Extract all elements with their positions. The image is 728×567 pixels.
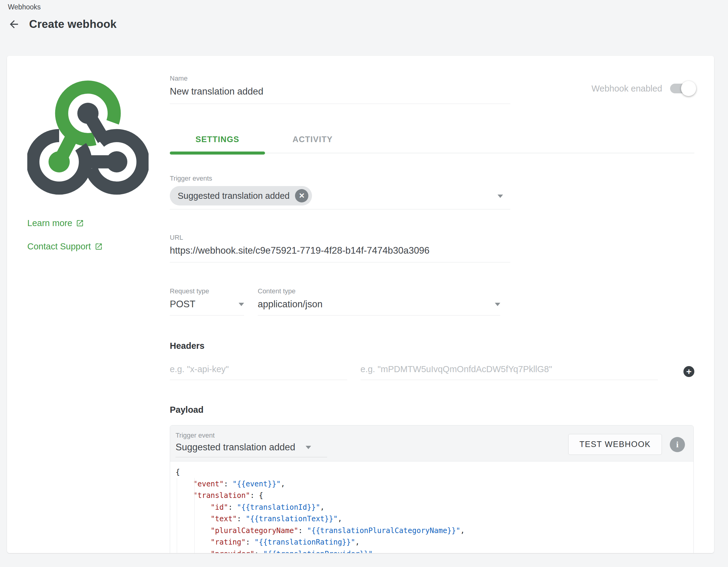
url-field: URL xyxy=(170,234,510,263)
code-line: { xyxy=(176,466,693,478)
code-line: "id": "{{translationId}}", xyxy=(176,502,693,513)
indent-guide xyxy=(177,478,177,553)
page-title: Create webhook xyxy=(29,18,117,31)
code-line: "text": "{{translationText}}", xyxy=(176,513,693,525)
code-line: "event": "{{event}}", xyxy=(176,478,693,490)
contact-support-label: Contact Support xyxy=(27,242,91,252)
breadcrumb[interactable]: Webhooks xyxy=(8,3,41,11)
request-type-value: POST xyxy=(170,299,195,310)
payload-heading: Payload xyxy=(170,405,694,415)
code-line: "translation": { xyxy=(176,490,693,502)
payload-trigger-event-label: Trigger event xyxy=(176,431,327,439)
name-label: Name xyxy=(170,75,510,82)
request-type-select[interactable]: Request type POST xyxy=(170,287,244,315)
learn-more-label: Learn more xyxy=(27,218,72,228)
create-webhook-card: Learn more Contact Support Name Webhook … xyxy=(7,56,714,553)
tab-settings[interactable]: SETTINGS xyxy=(170,135,265,153)
chevron-down-icon xyxy=(495,303,500,306)
headers-row: + xyxy=(170,364,694,380)
indent-guide xyxy=(194,478,195,553)
contact-support-link[interactable]: Contact Support xyxy=(27,242,152,252)
name-input[interactable] xyxy=(170,86,510,104)
chip-remove-icon[interactable]: ✕ xyxy=(295,189,308,203)
payload-section: Payload Trigger event Suggested translat… xyxy=(170,405,694,553)
payload-trigger-event-value: Suggested translation added xyxy=(176,442,295,453)
url-label: URL xyxy=(170,234,510,242)
trigger-events-label: Trigger events xyxy=(170,175,510,183)
code-line: "provider": "{{translationProvider}}", xyxy=(176,548,693,553)
chip-label: Suggested translation added xyxy=(178,191,290,201)
left-column: Learn more Contact Support xyxy=(27,77,152,252)
type-row: Request type POST Content type applicati… xyxy=(170,287,694,315)
webhook-logo xyxy=(27,77,149,198)
chevron-down-icon xyxy=(498,195,503,198)
payload-code[interactable]: { "event": "{{event}}", "translation": {… xyxy=(170,461,693,553)
form-column: Name Webhook enabled SETTINGS ACTIVITY T… xyxy=(170,56,694,553)
trigger-event-chip: Suggested translation added ✕ xyxy=(170,186,312,206)
trigger-events-select[interactable]: Suggested translation added ✕ xyxy=(170,186,510,210)
chevron-down-icon xyxy=(239,303,244,306)
header-key-input[interactable] xyxy=(170,364,347,380)
info-icon[interactable]: i xyxy=(670,437,685,452)
headers-heading: Headers xyxy=(170,341,694,351)
content-type-label: Content type xyxy=(258,287,500,295)
back-arrow-icon xyxy=(8,18,20,30)
add-header-button[interactable]: + xyxy=(683,366,694,377)
webhook-enabled-toggle[interactable] xyxy=(670,83,694,94)
webhook-enabled-label: Webhook enabled xyxy=(592,84,662,94)
trigger-events-field: Trigger events Suggested translation add… xyxy=(170,175,510,210)
code-line: "pluralCategoryName": "{{translationPlur… xyxy=(176,525,693,537)
url-input[interactable] xyxy=(170,245,510,263)
back-button[interactable] xyxy=(7,18,21,31)
payload-actions: TEST WEBHOOK i xyxy=(568,434,685,455)
tab-activity[interactable]: ACTIVITY xyxy=(265,135,360,153)
side-links: Learn more Contact Support xyxy=(27,218,152,252)
webhook-enabled-group: Webhook enabled xyxy=(592,83,694,94)
payload-trigger-event-select[interactable]: Trigger event Suggested translation adde… xyxy=(176,431,327,457)
content-type-select[interactable]: Content type application/json xyxy=(258,287,500,315)
learn-more-link[interactable]: Learn more xyxy=(27,218,152,228)
payload-header: Trigger event Suggested translation adde… xyxy=(170,425,693,461)
code-line: "rating": "{{translationRating}}", xyxy=(176,536,693,548)
external-link-icon xyxy=(95,243,103,251)
toggle-thumb xyxy=(681,81,696,96)
headers-section: Headers + xyxy=(170,341,694,380)
title-row: Create webhook xyxy=(7,18,117,31)
name-field: Name xyxy=(170,75,510,104)
request-type-label: Request type xyxy=(170,287,244,295)
test-webhook-button[interactable]: TEST WEBHOOK xyxy=(568,434,662,455)
tab-bar: SETTINGS ACTIVITY xyxy=(170,135,694,153)
external-link-icon xyxy=(76,219,84,227)
payload-box: Trigger event Suggested translation adde… xyxy=(170,425,694,553)
content-type-value: application/json xyxy=(258,299,323,310)
chevron-down-icon xyxy=(306,446,311,449)
name-row: Name Webhook enabled xyxy=(170,75,694,104)
header-value-input[interactable] xyxy=(361,364,658,380)
